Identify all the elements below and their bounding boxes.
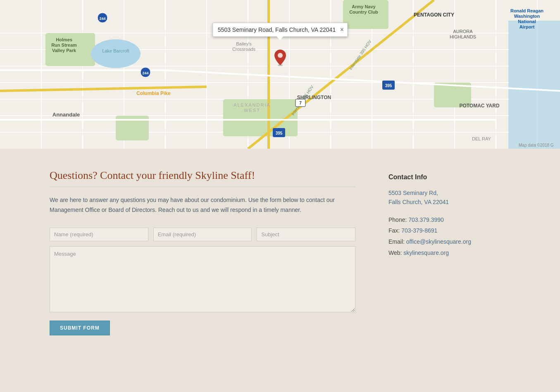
svg-text:395: 395: [276, 131, 283, 135]
address-line1: 5503 Seminary Rd,: [388, 190, 438, 196]
svg-text:POTOMAC YARD: POTOMAC YARD: [459, 103, 499, 109]
map-popup: 5503 Seminary Road, Falls Church, VA 220…: [212, 23, 348, 37]
fax-value: 703-379-8691: [401, 227, 437, 234]
svg-text:Army Navy: Army Navy: [352, 4, 376, 9]
contact-description: We are here to answer any questions you …: [50, 195, 355, 215]
svg-text:Lake Barcroft: Lake Barcroft: [102, 48, 129, 53]
contact-address: 5503 Seminary Rd, Falls Church, VA 22041: [388, 188, 488, 207]
email-value: office@skylinesquare.org: [406, 238, 471, 245]
phone-label: Phone:: [388, 216, 408, 223]
fax-label: Fax:: [388, 227, 401, 234]
svg-text:Map data ©2018 G: Map data ©2018 G: [519, 143, 554, 147]
contact-info-area: Contact Info 5503 Seminary Rd, Falls Chu…: [388, 169, 488, 335]
fax-line: Fax: 703-379-8691: [388, 225, 488, 236]
svg-text:Bailey's: Bailey's: [236, 41, 252, 46]
contact-details: Phone: 703.379.3990 Fax: 703-379-8691 Em…: [388, 214, 488, 258]
contact-info-title: Contact Info: [388, 173, 488, 181]
svg-text:Washington: Washington: [514, 14, 540, 19]
content-section: Questions? Contact your friendly Skyline…: [0, 149, 560, 360]
subject-input[interactable]: [257, 228, 355, 241]
svg-text:244: 244: [142, 71, 148, 75]
svg-text:7: 7: [299, 101, 302, 105]
svg-text:395: 395: [385, 83, 392, 88]
svg-text:Ronald Reagan: Ronald Reagan: [510, 8, 543, 13]
contact-form-area: Questions? Contact your friendly Skyline…: [50, 169, 355, 335]
svg-text:WEST: WEST: [244, 108, 260, 113]
svg-text:Crossroads: Crossroads: [232, 47, 256, 52]
map-popup-address: 5503 Seminary Road, Falls Church, VA 220…: [218, 26, 336, 33]
email-label: Email:: [388, 238, 406, 245]
svg-text:Holmes: Holmes: [56, 37, 72, 42]
message-textarea[interactable]: [50, 246, 355, 312]
svg-text:PENTAGON CITY: PENTAGON CITY: [414, 12, 454, 18]
web-line: Web: skylinesquare.org: [388, 247, 488, 259]
svg-text:ALEXANDRIA: ALEXANDRIA: [234, 102, 271, 107]
web-label: Web:: [388, 249, 403, 256]
svg-text:244: 244: [99, 17, 105, 21]
svg-text:Valley Park: Valley Park: [52, 48, 76, 53]
svg-text:AURORA: AURORA: [453, 29, 473, 34]
svg-text:Run Stream: Run Stream: [51, 43, 77, 48]
email-input[interactable]: [153, 228, 252, 241]
svg-text:DEL RAY: DEL RAY: [472, 136, 491, 141]
phone-line: Phone: 703.379.3990: [388, 214, 488, 226]
map-section: 395 395 244 244 Holmes Run Stream Valley…: [0, 0, 560, 149]
svg-text:National: National: [518, 19, 536, 24]
svg-rect-27: [508, 21, 560, 149]
svg-text:Airport: Airport: [519, 24, 535, 29]
web-value: skylinesquare.org: [403, 249, 449, 256]
email-line: Email: office@skylinesquare.org: [388, 236, 488, 247]
svg-point-70: [278, 53, 283, 58]
map-popup-close[interactable]: ×: [340, 26, 344, 33]
map-pin: [274, 50, 286, 69]
contact-heading: Questions? Contact your friendly Skyline…: [50, 169, 355, 187]
form-top-row: [50, 228, 355, 241]
svg-text:HIGHLANDS: HIGHLANDS: [450, 34, 476, 39]
svg-text:Columbia Pike: Columbia Pike: [136, 90, 171, 96]
address-line2: Falls Church, VA 22041: [388, 199, 449, 205]
svg-text:Annandale: Annandale: [52, 112, 80, 118]
svg-point-26: [91, 39, 141, 68]
submit-button[interactable]: SUBMIT FORM: [50, 321, 110, 335]
svg-text:Country Club: Country Club: [349, 10, 378, 14]
phone-value: 703.379.3990: [408, 216, 444, 223]
name-input[interactable]: [50, 228, 148, 241]
